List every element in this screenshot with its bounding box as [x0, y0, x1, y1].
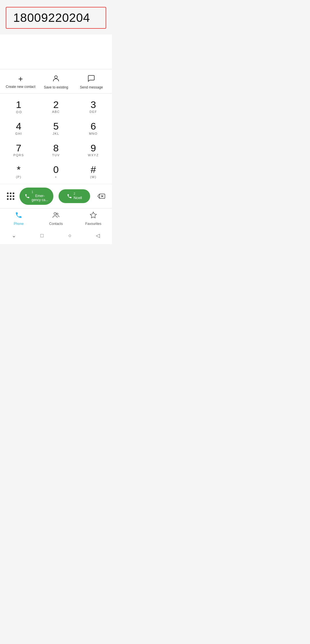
person-icon — [52, 74, 60, 84]
emergency-call-button[interactable]: 1 Emer-gency ca... — [20, 188, 53, 205]
dial-key-0[interactable]: 0 + — [37, 161, 75, 182]
dot — [13, 195, 14, 197]
phone-nav-icon — [15, 211, 22, 221]
send-message-label: Send message — [80, 85, 103, 89]
dial-sub-2: ABC — [52, 110, 60, 114]
phone-number: 18009220204 — [13, 11, 90, 24]
dial-key-1[interactable]: 1 — [0, 96, 37, 117]
dial-key-2[interactable]: 2 ABC — [37, 96, 75, 117]
plus-icon: + — [18, 75, 23, 83]
dot — [7, 198, 9, 200]
dial-sub-3: DEF — [90, 110, 97, 114]
svg-point-0 — [55, 76, 57, 78]
dial-sub-star: (P) — [16, 175, 21, 179]
dial-main-6: 6 — [91, 121, 96, 132]
recents-icon: □ — [40, 233, 44, 239]
dial-key-hash[interactable]: # (W) — [75, 161, 112, 182]
dot — [7, 195, 9, 197]
dial-key-star[interactable]: * (P) — [0, 161, 37, 182]
favourites-nav-icon — [90, 211, 97, 221]
dot — [10, 195, 11, 197]
emergency-call-label-wrap: 1 Emer-gency ca... — [32, 190, 48, 202]
svg-line-2 — [98, 194, 100, 196]
save-to-existing-label: Save to existing — [44, 85, 68, 89]
dial-key-3[interactable]: 3 DEF — [75, 96, 112, 117]
dial-main-9: 9 — [91, 143, 96, 153]
dial-key-4[interactable]: 4 GHI — [0, 117, 37, 139]
dial-sub-6: MNO — [89, 132, 98, 136]
ncell-call-number: 2 — [74, 192, 75, 196]
nav-phone-label: Phone — [14, 222, 24, 226]
ncell-call-label-wrap: 2 Ncell — [74, 192, 82, 200]
nav-contacts-label: Contacts — [49, 222, 63, 226]
back-button[interactable]: ◁ — [93, 230, 103, 241]
nav-favourites-label: Favourites — [85, 222, 101, 226]
nav-contacts[interactable]: Contacts — [37, 211, 75, 226]
dial-sub-7: PQRS — [13, 153, 24, 157]
bottom-nav: Phone Contacts Favourites — [0, 208, 112, 228]
dial-main-1: 1 — [16, 99, 22, 110]
system-nav-bar: ⌄ □ ○ ◁ — [0, 228, 112, 244]
home-icon: ○ — [68, 233, 71, 239]
svg-point-6 — [54, 213, 56, 215]
dot — [10, 192, 11, 194]
dot — [13, 192, 14, 194]
dial-key-8[interactable]: 8 TUV — [37, 139, 75, 161]
dial-sub-8: TUV — [52, 153, 60, 157]
dial-main-2: 2 — [53, 99, 59, 110]
call-icon — [25, 194, 30, 199]
notifications-button[interactable]: ⌄ — [9, 230, 19, 241]
nav-phone[interactable]: Phone — [0, 211, 37, 226]
vm-dot-1 — [16, 111, 18, 113]
dot — [13, 198, 14, 200]
send-message-button[interactable]: Send message — [74, 74, 109, 89]
dial-main-hash: # — [91, 164, 96, 175]
create-new-contact-button[interactable]: + Create new contact — [3, 75, 38, 89]
call-icon-2 — [67, 194, 72, 199]
dial-main-3: 3 — [91, 99, 96, 110]
phone-display-area: 18009220204 — [0, 0, 112, 34]
recents-button[interactable]: □ — [37, 230, 47, 241]
contacts-nav-icon — [52, 211, 60, 221]
call-bar: 1 Emer-gency ca... 2 Ncell — [0, 184, 112, 209]
dots-grid-icon — [7, 192, 14, 200]
dial-key-7[interactable]: 7 PQRS — [0, 139, 37, 161]
dialpad-toggle-button[interactable] — [5, 190, 17, 202]
ncell-call-label: Ncell — [74, 196, 82, 200]
dial-sub-9: WXYZ — [88, 153, 99, 157]
dot — [7, 192, 9, 194]
emergency-call-number: 1 — [32, 190, 33, 194]
dial-main-7: 7 — [16, 143, 22, 153]
nav-favourites[interactable]: Favourites — [75, 211, 112, 226]
dial-main-4: 4 — [16, 121, 22, 132]
chat-icon — [87, 74, 95, 84]
ncell-call-button[interactable]: 2 Ncell — [59, 189, 90, 203]
backspace-icon — [97, 193, 105, 200]
dial-sub-1 — [16, 110, 22, 114]
dial-sub-4: GHI — [15, 132, 22, 136]
back-icon: ◁ — [96, 232, 100, 239]
dial-key-9[interactable]: 9 WXYZ — [75, 139, 112, 161]
vm-dot-2 — [19, 111, 22, 113]
dot — [10, 198, 11, 200]
dial-key-5[interactable]: 5 JKL — [37, 117, 75, 139]
dial-key-6[interactable]: 6 MNO — [75, 117, 112, 139]
spacer — [0, 34, 112, 69]
action-row: + Create new contact Save to existing Se… — [0, 69, 112, 94]
svg-marker-8 — [90, 212, 96, 218]
save-to-existing-button[interactable]: Save to existing — [38, 74, 73, 89]
dialpad: 1 2 ABC 3 DEF 4 GHI 5 JKL 6 MNO 7 PQRS 8… — [0, 94, 112, 184]
emergency-call-label: Emer-gency ca... — [32, 194, 48, 202]
dial-sub-hash: (W) — [90, 175, 96, 179]
create-new-contact-label: Create new contact — [6, 85, 35, 89]
phone-number-box: 18009220204 — [6, 7, 106, 29]
dial-main-5: 5 — [53, 121, 59, 132]
dial-main-0: 0 — [53, 164, 59, 175]
home-button[interactable]: ○ — [65, 230, 75, 241]
chevron-down-icon: ⌄ — [12, 232, 16, 239]
svg-line-3 — [98, 196, 100, 198]
dial-main-8: 8 — [53, 143, 59, 153]
backspace-button[interactable] — [95, 190, 107, 202]
dial-sub-0: + — [55, 175, 57, 179]
dial-main-star: * — [17, 164, 20, 175]
